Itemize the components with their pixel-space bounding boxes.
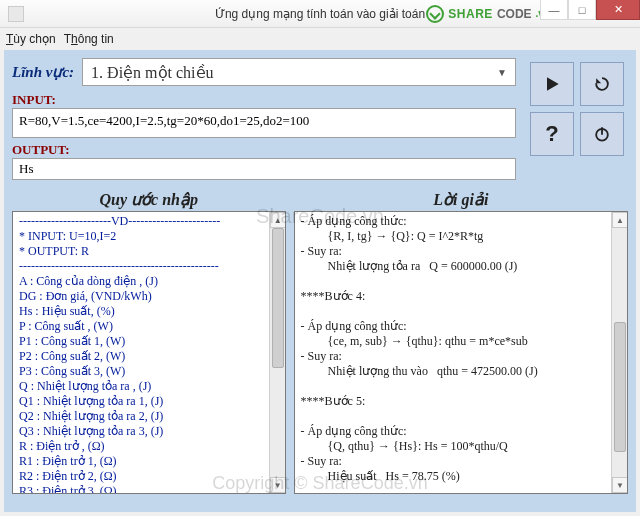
linhvuc-label: Lĩnh vực: [12, 63, 74, 81]
reload-icon [592, 74, 612, 94]
help-icon: ? [545, 121, 558, 147]
linhvuc-select[interactable]: 1. Điện một chiều ▼ [82, 58, 516, 86]
scroll-down-icon[interactable]: ▼ [270, 477, 286, 493]
help-button[interactable]: ? [530, 112, 574, 156]
titlebar: Ứng dụng mạng tính toán vào giải toán SH… [0, 0, 640, 28]
menubar: Tùy chọn Thông tin [0, 28, 640, 50]
power-icon [592, 124, 612, 144]
scroll-thumb[interactable] [614, 322, 626, 452]
quyuoc-text[interactable]: -----------------------VD---------------… [13, 212, 269, 493]
action-buttons: ? [526, 58, 628, 160]
reload-button[interactable] [580, 62, 624, 106]
linhvuc-value: 1. Điện một chiều [91, 63, 213, 82]
brand-logo: SHARECODE.vn [426, 5, 550, 23]
minimize-button[interactable]: — [540, 0, 568, 20]
brand-b: CODE [497, 7, 532, 21]
close-button[interactable]: ✕ [596, 0, 640, 20]
quyuoc-scrollbar[interactable]: ▲ ▼ [269, 212, 285, 493]
output-field[interactable]: Hs [12, 158, 516, 180]
window-buttons: — □ ✕ [540, 0, 640, 20]
maximize-button[interactable]: □ [568, 0, 596, 20]
input-label: INPUT: [12, 92, 516, 108]
app-icon [8, 6, 24, 22]
quyuoc-body: -----------------------VD---------------… [12, 211, 286, 494]
power-button[interactable] [580, 112, 624, 156]
chevron-down-icon: ▼ [497, 67, 507, 78]
quyuoc-title: Quy ước nhập [12, 190, 286, 209]
client-area: Lĩnh vực: 1. Điện một chiều ▼ INPUT: R=8… [4, 50, 636, 512]
input-field[interactable]: R=80,V=1.5,ce=4200,I=2.5,tg=20*60,do1=25… [12, 108, 516, 138]
loigiai-scrollbar[interactable]: ▲ ▼ [611, 212, 627, 493]
scroll-thumb[interactable] [272, 228, 284, 368]
scroll-down-icon[interactable]: ▼ [612, 477, 628, 493]
brand-a: SHARE [448, 7, 493, 21]
loigiai-title: Lời giải [294, 190, 628, 209]
menu-thongtin[interactable]: Thông tin [64, 32, 114, 46]
loigiai-body: - Áp dụng công thức: {R, I, tg} → {Q}: Q… [294, 211, 628, 494]
menu-tuychon[interactable]: Tùy chọn [6, 32, 56, 46]
scroll-up-icon[interactable]: ▲ [270, 212, 286, 228]
run-button[interactable] [530, 62, 574, 106]
play-icon [542, 74, 562, 94]
brand-icon [426, 5, 444, 23]
loigiai-text[interactable]: - Áp dụng công thức: {R, I, tg} → {Q}: Q… [295, 212, 611, 493]
output-label: OUTPUT: [12, 142, 516, 158]
scroll-up-icon[interactable]: ▲ [612, 212, 628, 228]
